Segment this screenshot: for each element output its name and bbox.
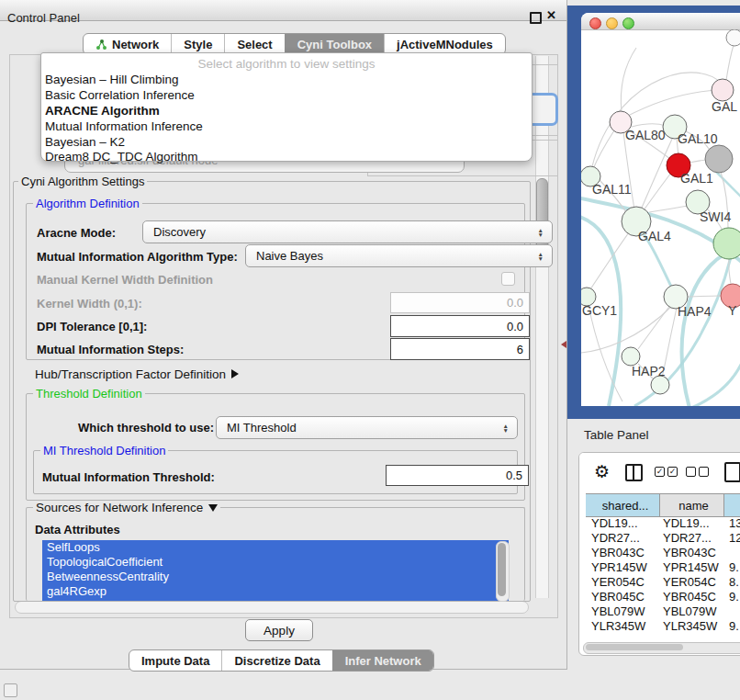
tab-jactivemnodules[interactable]: jActiveMNodules <box>384 34 505 54</box>
mi-threshold-label: Mutual Information Threshold: <box>42 470 215 484</box>
which-threshold-combo[interactable]: MI Threshold ▲▼ <box>216 416 518 439</box>
deselect-all-checkbox-icon[interactable] <box>686 467 696 477</box>
float-panel-button[interactable] <box>530 12 542 24</box>
table-header-row: shared... name <box>586 493 740 517</box>
sources-group-title[interactable]: Sources for Network Inference <box>33 501 220 514</box>
dropdown-item-selected[interactable]: ARACNE Algorithm <box>45 104 160 118</box>
network-window: GAL GAL80 GAL10 GAL1 GAL11 SWI4 GAL4 GCY… <box>581 13 740 406</box>
screen: Control Panel ✕ Network Style Select Cyn… <box>0 0 740 700</box>
tab-style[interactable]: Style <box>171 34 224 54</box>
dropdown-item[interactable]: Dream8 DC_TDC Algorithm <box>45 150 198 164</box>
mi-threshold-group-title: MI Threshold Definition <box>40 444 168 457</box>
stepper-arrows-icon: ▲▼ <box>538 227 544 237</box>
mac-close-button[interactable] <box>589 17 601 29</box>
dropdown-item[interactable]: Bayesian – K2 <box>45 135 125 149</box>
network-canvas[interactable]: GAL GAL80 GAL10 GAL1 GAL11 SWI4 GAL4 GCY… <box>581 29 740 406</box>
node-swi4[interactable] <box>713 228 740 259</box>
stepper-arrows-icon: ▲▼ <box>503 423 509 433</box>
node[interactable] <box>705 145 733 173</box>
column-header-name[interactable]: name <box>659 494 723 516</box>
table-row[interactable]: YBR043CYBR043C <box>586 546 740 560</box>
tab-cyni-toolbox[interactable]: Cyni Toolbox <box>285 34 384 54</box>
mi-threshold-field[interactable]: 0.5 <box>386 465 529 486</box>
table-row[interactable]: YDR27...YDR27...12 <box>586 531 740 546</box>
list-item[interactable]: BetweennessCentrality <box>42 570 509 584</box>
node-label: HAP2 <box>632 364 666 378</box>
mi-type-value: Naive Bayes <box>256 249 323 263</box>
node[interactable] <box>712 79 734 101</box>
table-row[interactable]: YBR045CYBR045C9. <box>586 590 740 604</box>
table-row[interactable]: YDL19...YDL19...13 <box>586 516 740 531</box>
list-item[interactable]: gal4RGexp <box>42 584 509 599</box>
threshold-definition-title: Threshold Definition <box>33 387 145 401</box>
column-header-partial[interactable] <box>723 494 740 516</box>
manual-kernel-checkbox[interactable] <box>501 272 515 286</box>
mi-type-label: Mutual Information Algorithm Type: <box>37 250 238 264</box>
dropdown-item[interactable]: Bayesian – Hill Climbing <box>45 73 179 86</box>
mi-type-combo[interactable]: Naive Bayes ▲▼ <box>245 244 553 267</box>
mi-steps-label: Mutual Information Steps: <box>37 343 184 356</box>
tab-network[interactable]: Network <box>84 34 171 54</box>
list-item[interactable]: TopologicalCoefficient <box>42 555 509 570</box>
node-label: GAL10 <box>678 131 718 146</box>
node-label: GAL11 <box>592 182 632 197</box>
splitter-collapse-icon[interactable] <box>561 341 566 348</box>
aracne-mode-combo[interactable]: Discovery ▲▼ <box>142 220 553 243</box>
deselect-all-checkbox-icon[interactable] <box>699 467 709 477</box>
cyni-mode-tabs: Impute Data Discretize Data Infer Networ… <box>129 649 434 672</box>
close-panel-icon[interactable]: ✕ <box>546 8 556 22</box>
settings-horizontal-scrollbar[interactable] <box>15 601 529 614</box>
table-row[interactable]: YLR345WYLR345W9. <box>586 619 740 634</box>
mac-zoom-button[interactable] <box>622 17 634 29</box>
table-panel-title: Table Panel <box>584 428 649 442</box>
data-attributes-list: SelfLoops TopologicalCoefficient Between… <box>42 540 509 601</box>
control-panel-titlebar[interactable] <box>0 0 566 21</box>
node[interactable] <box>726 29 740 46</box>
hub-definition-expander[interactable]: Hub/Transcription Factor Definition <box>35 367 239 381</box>
select-all-checkbox-icon[interactable]: ✓ <box>667 467 678 477</box>
apply-button[interactable]: Apply <box>245 619 313 641</box>
table-horizontal-scrollbar-thumb[interactable] <box>586 644 683 650</box>
network-window-titlebar[interactable] <box>581 13 740 30</box>
aracne-mode-label: Aracne Mode: <box>37 226 116 240</box>
node-hap2[interactable] <box>622 347 640 366</box>
node-label: GAL <box>712 99 737 114</box>
dropdown-item[interactable]: Basic Correlation Inference <box>45 88 195 102</box>
tab-select[interactable]: Select <box>224 34 284 54</box>
list-item[interactable]: SelfLoops <box>42 540 509 555</box>
tab-network-label: Network <box>112 38 159 51</box>
attributes-list-scrollbar-thumb[interactable] <box>498 543 506 596</box>
table-row[interactable]: YIL052CYIL052C9 <box>586 634 740 636</box>
tab-infer-network[interactable]: Infer Network <box>332 650 433 671</box>
node-label: GCY1 <box>582 303 617 318</box>
hub-definition-label: Hub/Transcription Factor Definition <box>35 367 226 381</box>
mac-minimize-button[interactable] <box>606 17 618 29</box>
tab-impute-data[interactable]: Impute Data <box>129 650 221 671</box>
table-row[interactable]: YPR145WYPR145W9. <box>586 560 740 575</box>
table-body: YDL19...YDL19...13 YDR27...YDR27...12 YB… <box>586 516 740 636</box>
gear-icon[interactable]: ⚙ <box>594 461 610 482</box>
kernel-width-field[interactable]: 0.0 <box>390 292 530 313</box>
table-horizontal-scrollbar[interactable] <box>583 642 740 654</box>
algorithm-definition-title: Algorithm Definition <box>33 197 142 210</box>
select-all-checkbox-icon[interactable]: ✓ <box>655 467 665 477</box>
manual-kernel-label: Manual Kernel Width Definition <box>37 273 213 287</box>
column-header-shared-name[interactable]: shared... <box>586 494 659 516</box>
kernel-width-label: Kernel Width (0,1): <box>37 297 142 310</box>
table-row[interactable]: YBL079WYBL079W <box>586 604 740 619</box>
expander-expanded-icon <box>208 504 218 512</box>
tab-discretize-data[interactable]: Discretize Data <box>221 650 331 671</box>
sources-title-label: Sources for Network Inference <box>36 501 203 514</box>
dpi-tolerance-field[interactable]: 0.0 <box>390 315 530 337</box>
minimized-panel-icon[interactable] <box>4 683 17 697</box>
table-row[interactable]: YER054CYER054C8. <box>586 575 740 590</box>
new-table-icon[interactable] <box>724 462 740 482</box>
node[interactable] <box>651 376 669 394</box>
dropdown-placeholder: Select algorithm to view settings <box>41 57 532 71</box>
mi-steps-field[interactable]: 6 <box>390 338 530 360</box>
node-label: SWI4 <box>700 209 731 224</box>
algorithm-dropdown-popup: Select algorithm to view settings Bayesi… <box>40 52 533 162</box>
columns-icon[interactable] <box>625 464 643 481</box>
dropdown-item[interactable]: Mutual Information Inference <box>45 119 203 133</box>
settings-vertical-scrollbar[interactable] <box>535 56 549 598</box>
